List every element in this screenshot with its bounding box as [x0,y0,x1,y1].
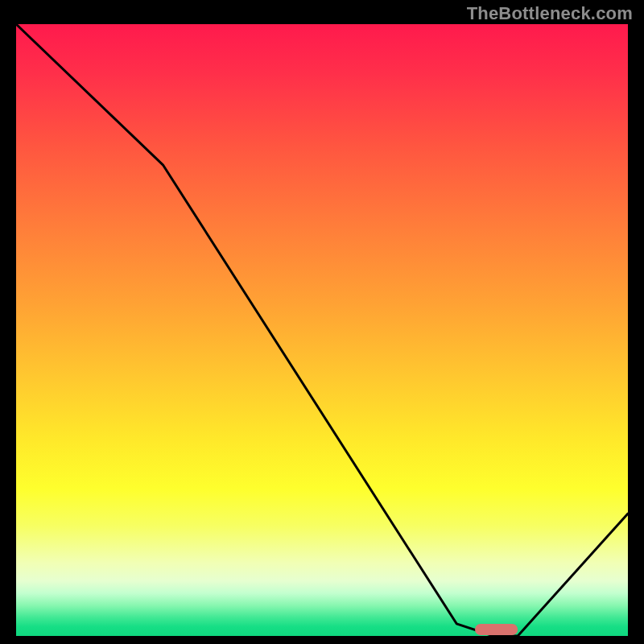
chart-frame: TheBottleneck.com [0,0,644,644]
watermark-text: TheBottleneck.com [467,3,633,24]
plot-area [16,24,628,636]
chart-svg [16,24,628,636]
bottleneck-curve-line [16,24,628,636]
optimal-marker [475,624,518,635]
